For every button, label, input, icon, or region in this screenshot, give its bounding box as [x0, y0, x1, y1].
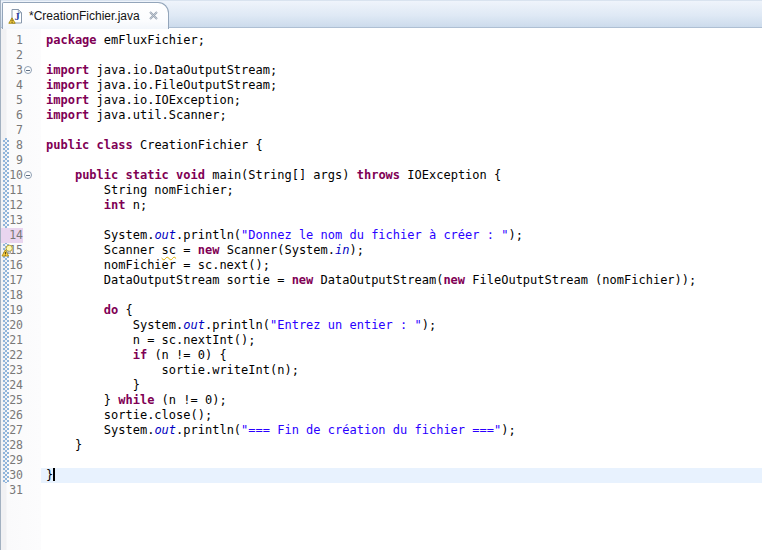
gutter-row[interactable]: 29 [1, 453, 41, 468]
code-line[interactable]: nomFichier = sc.next(); [41, 258, 762, 273]
code-line[interactable]: System.out.println("=== Fin de création … [41, 423, 762, 438]
line-number[interactable]: 9 [1, 153, 23, 168]
gutter-row[interactable]: 14 [1, 228, 41, 243]
gutter-row[interactable]: 22 [1, 348, 41, 363]
line-number[interactable]: 13 [1, 213, 23, 228]
gutter-row[interactable]: 23 [1, 363, 41, 378]
line-number[interactable]: 29 [1, 453, 23, 468]
gutter-row[interactable]: 26 [1, 408, 41, 423]
code-line[interactable]: System.out.println("Donnez le nom du fic… [41, 228, 762, 243]
line-number[interactable]: 30 [1, 468, 23, 483]
code-line[interactable] [41, 213, 762, 228]
line-number[interactable]: 24 [1, 378, 23, 393]
fold-collapse-icon[interactable] [24, 171, 32, 179]
line-number[interactable]: 6 [1, 108, 23, 123]
line-number[interactable]: 3 [1, 63, 23, 78]
gutter-row[interactable]: 21 [1, 333, 41, 348]
code-line[interactable]: Scanner sc = new Scanner(System.in); [41, 243, 762, 258]
line-number[interactable]: 8 [1, 138, 23, 153]
code-line[interactable]: public class CreationFichier { [41, 138, 762, 153]
gutter-row[interactable]: 30 [1, 468, 41, 483]
line-number[interactable]: 21 [1, 333, 23, 348]
gutter-row[interactable]: 2 [1, 48, 41, 63]
gutter-row[interactable]: 9 [1, 153, 41, 168]
code-line[interactable]: sortie.writeInt(n); [41, 363, 762, 378]
code-line[interactable]: public static void main(String[] args) t… [41, 168, 762, 183]
gutter-row[interactable]: 20 [1, 318, 41, 333]
code-line[interactable]: n = sc.nextInt(); [41, 333, 762, 348]
gutter-row[interactable]: 28 [1, 438, 41, 453]
code-line[interactable]: import java.io.DataOutputStream; [41, 63, 762, 78]
code-line[interactable]: } while (n != 0); [41, 393, 762, 408]
code-line[interactable] [41, 153, 762, 168]
line-number[interactable]: 5 [1, 93, 23, 108]
line-number[interactable]: 10 [1, 168, 23, 183]
line-number[interactable]: 18 [1, 288, 23, 303]
gutter-row[interactable]: 4 [1, 78, 41, 93]
gutter-row[interactable]: 12 [1, 198, 41, 213]
gutter-row[interactable]: 19 [1, 303, 41, 318]
fold-column [23, 438, 35, 453]
code-line[interactable]: package emFluxFichier; [41, 33, 762, 48]
gutter-row[interactable]: 15 [1, 243, 41, 258]
gutter-row[interactable]: 13 [1, 213, 41, 228]
line-number[interactable]: 4 [1, 78, 23, 93]
editor-tab-creationfichier[interactable]: J *CreationFichier.java [2, 2, 169, 29]
code-line[interactable] [41, 288, 762, 303]
gutter-row[interactable]: 5 [1, 93, 41, 108]
code-line[interactable]: System.out.println("Entrez un entier : "… [41, 318, 762, 333]
line-number[interactable]: 2 [1, 48, 23, 63]
line-number[interactable]: 27 [1, 423, 23, 438]
code-line[interactable] [41, 483, 762, 498]
code-line[interactable] [41, 453, 762, 468]
gutter-row[interactable]: 3 [1, 63, 41, 78]
code-line[interactable]: } [41, 378, 762, 393]
line-number[interactable]: 7 [1, 123, 23, 138]
gutter-row[interactable]: 31 [1, 483, 41, 498]
gutter-row[interactable]: 8 [1, 138, 41, 153]
fold-column [23, 258, 35, 273]
line-number[interactable]: 12 [1, 198, 23, 213]
line-number[interactable]: 14 [1, 228, 23, 243]
gutter-row[interactable]: 17 [1, 273, 41, 288]
code-line[interactable]: sortie.close(); [41, 408, 762, 423]
gutter-row[interactable]: 6 [1, 108, 41, 123]
code-line[interactable]: String nomFichier; [41, 183, 762, 198]
gutter-row[interactable]: 24 [1, 378, 41, 393]
code-line[interactable]: import java.io.IOException; [41, 93, 762, 108]
fold-column [23, 153, 35, 168]
line-number[interactable]: 17 [1, 273, 23, 288]
code-line-current[interactable]: } [41, 468, 762, 483]
gutter-row[interactable]: 1 [1, 33, 41, 48]
line-number[interactable]: 1 [1, 33, 23, 48]
gutter-row[interactable]: 11 [1, 183, 41, 198]
line-number[interactable]: 25 [1, 393, 23, 408]
line-number[interactable]: 26 [1, 408, 23, 423]
line-number[interactable]: 20 [1, 318, 23, 333]
gutter-row[interactable]: 27 [1, 423, 41, 438]
code-line[interactable]: import java.io.FileOutputStream; [41, 78, 762, 93]
code-line[interactable]: DataOutputStream sortie = new DataOutput… [41, 273, 762, 288]
line-number[interactable]: 23 [1, 363, 23, 378]
line-number[interactable]: 31 [1, 483, 23, 498]
gutter-row[interactable]: 7 [1, 123, 41, 138]
code-line[interactable] [41, 48, 762, 63]
gutter-row[interactable]: 18 [1, 288, 41, 303]
gutter-row[interactable]: 10 [1, 168, 41, 183]
gutter-row[interactable]: 25 [1, 393, 41, 408]
code-line[interactable]: if (n != 0) { [41, 348, 762, 363]
line-number[interactable]: 16 [1, 258, 23, 273]
code-line[interactable]: do { [41, 303, 762, 318]
code-line[interactable]: int n; [41, 198, 762, 213]
line-number[interactable]: 22 [1, 348, 23, 363]
code-line[interactable]: import java.util.Scanner; [41, 108, 762, 123]
code-line[interactable]: } [41, 438, 762, 453]
line-number[interactable]: 11 [1, 183, 23, 198]
gutter-row[interactable]: 16 [1, 258, 41, 273]
code-editor[interactable]: 123 45678910 11121314 151617181920212223… [1, 28, 762, 550]
fold-collapse-icon[interactable] [24, 66, 32, 74]
line-number[interactable]: 19 [1, 303, 23, 318]
tab-close-icon[interactable] [148, 10, 159, 21]
code-line[interactable] [41, 123, 762, 138]
line-number[interactable]: 28 [1, 438, 23, 453]
